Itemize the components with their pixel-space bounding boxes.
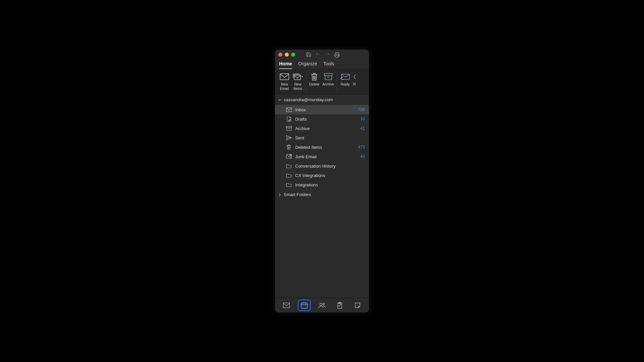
folder-label: Integrations	[295, 182, 366, 187]
junk-icon	[286, 154, 292, 160]
save-icon[interactable]	[306, 52, 312, 58]
chevron-down-icon	[278, 98, 282, 102]
folder-label: Inbox	[295, 107, 355, 112]
inbox-icon	[286, 107, 292, 113]
folder-count: 10	[360, 117, 366, 121]
folder-sent[interactable]: Sent	[275, 133, 369, 142]
folder-label: CX Integrations	[295, 173, 366, 178]
svg-rect-3	[294, 75, 301, 80]
folder-label: Conversation History	[295, 164, 366, 169]
drafts-icon	[286, 116, 292, 122]
new-email-label: New Email	[280, 82, 289, 90]
svg-line-6	[315, 76, 316, 79]
tab-tools[interactable]: Tools	[323, 61, 334, 69]
folder-archive[interactable]: Archive 41	[275, 124, 369, 133]
tab-organize[interactable]: Organize	[298, 61, 317, 69]
maximize-window-button[interactable]	[291, 53, 295, 57]
delete-label: Delete	[309, 82, 319, 86]
envelope-icon	[280, 73, 289, 80]
svg-point-32	[323, 303, 325, 305]
print-icon[interactable]	[334, 52, 340, 58]
archive-label: Archive	[322, 82, 334, 86]
ribbon-group-respond: Reply R	[337, 71, 359, 93]
folder-count: 795	[358, 107, 366, 112]
folder-conversation-history[interactable]: Conversation History	[275, 161, 369, 171]
tasks-icon	[337, 302, 343, 309]
nav-calendar-button[interactable]	[298, 300, 311, 311]
envelope-stack-icon	[293, 73, 301, 80]
reply-icon	[340, 73, 350, 80]
undo-icon[interactable]	[315, 52, 321, 58]
folder-icon	[286, 172, 292, 178]
mail-icon	[283, 303, 290, 308]
new-items-label: New Items	[293, 82, 302, 90]
svg-rect-7	[324, 73, 332, 75]
chevron-right-icon	[278, 193, 282, 197]
trash-folder-icon	[286, 144, 292, 150]
people-icon	[318, 302, 326, 308]
svg-rect-20	[283, 303, 290, 308]
archive-folder-icon	[286, 125, 292, 131]
nav-people-button[interactable]	[316, 300, 328, 311]
minimize-window-button[interactable]	[285, 53, 289, 57]
bottom-nav	[275, 298, 369, 312]
reply-all-icon	[354, 73, 356, 80]
folder-cx-integrations[interactable]: CX Integrations	[275, 171, 369, 180]
folder-count: 473	[358, 145, 366, 149]
folder-label: Sent	[295, 135, 362, 140]
smart-folders-label: Smart Folders	[284, 192, 311, 197]
folder-integrations[interactable]: Integrations	[275, 180, 369, 189]
sent-icon	[286, 135, 292, 141]
account-header[interactable]: cassandra@monday.com	[275, 95, 369, 105]
archive-icon	[324, 73, 333, 80]
svg-rect-10	[286, 108, 291, 112]
svg-line-4	[313, 76, 314, 79]
folder-deleted[interactable]: Deleted Items 473	[275, 142, 369, 152]
nav-tasks-button[interactable]	[333, 300, 346, 311]
archive-button[interactable]: Archive	[322, 71, 335, 87]
chevron-down-icon: ▾	[302, 75, 303, 78]
folder-label: Deleted Items	[295, 145, 355, 150]
notes-icon	[355, 302, 361, 308]
svg-point-31	[320, 303, 322, 305]
new-email-button[interactable]: New Email	[278, 71, 290, 91]
folder-label: Archive	[295, 126, 357, 131]
ribbon-tabs: Home Organize Tools	[275, 60, 369, 69]
folder-junk[interactable]: Junk Email 43	[275, 152, 369, 161]
nav-notes-button[interactable]	[351, 300, 364, 311]
nav-mail-button[interactable]	[280, 300, 293, 311]
svg-line-19	[290, 155, 291, 156]
calendar-icon	[301, 302, 308, 309]
tab-home[interactable]: Home	[279, 61, 292, 69]
account-email: cassandra@monday.com	[284, 97, 333, 102]
folder-drafts[interactable]: Drafts 10	[275, 114, 369, 124]
reply-all-label: R	[353, 82, 356, 86]
svg-rect-2	[280, 74, 289, 80]
folder-inbox[interactable]: Inbox 795	[275, 105, 369, 114]
smart-folders-header[interactable]: Smart Folders	[275, 189, 369, 200]
svg-rect-21	[301, 303, 307, 308]
new-items-button[interactable]: ▾ New Items	[292, 71, 304, 91]
svg-rect-11	[286, 126, 291, 128]
folder-count: 41	[360, 126, 366, 131]
folder-icon	[286, 163, 292, 169]
close-window-button[interactable]	[278, 53, 282, 57]
folder-count: 43	[360, 154, 366, 159]
title-bar	[275, 50, 369, 60]
reply-button[interactable]: Reply	[339, 71, 351, 87]
outlook-window: Home Organize Tools New Email ▾ New Item…	[275, 50, 369, 312]
folder-icon	[286, 182, 292, 188]
folder-label: Junk Email	[295, 154, 357, 159]
folder-pane: cassandra@monday.com Inbox 795 Drafts 10…	[275, 95, 369, 298]
ribbon-group-delete: Delete Archive	[306, 71, 337, 93]
reply-all-button[interactable]: R	[353, 71, 357, 87]
ribbon: New Email ▾ New Items Delete	[275, 69, 369, 95]
folder-label: Drafts	[295, 117, 357, 122]
trash-icon	[311, 73, 318, 81]
reply-label: Reply	[341, 82, 350, 86]
ribbon-group-new: New Email ▾ New Items	[276, 71, 306, 93]
delete-button[interactable]: Delete	[308, 71, 320, 87]
redo-icon[interactable]	[324, 52, 330, 58]
